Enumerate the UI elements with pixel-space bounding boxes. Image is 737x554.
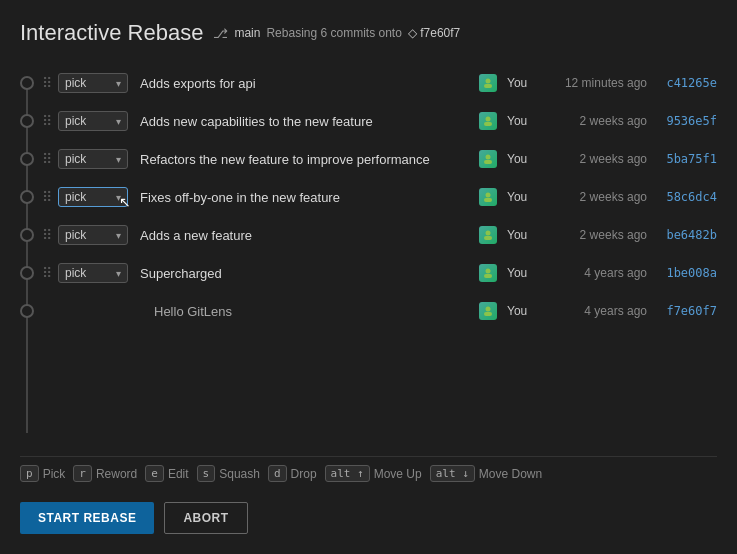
timeline-circle	[20, 190, 34, 204]
time-ago: 4 years ago	[547, 304, 647, 318]
author-name: You	[507, 304, 537, 318]
action-dropdown[interactable]: pick▾	[58, 225, 128, 245]
avatar	[479, 302, 497, 320]
actions: START REBASE ABORT	[20, 502, 717, 544]
svg-point-10	[486, 269, 491, 274]
author-name: You	[507, 228, 537, 242]
commit-message: Fixes off-by-one in the new feature	[140, 190, 479, 205]
timeline-circle	[20, 76, 34, 90]
chevron-down-icon: ▾	[116, 116, 121, 127]
commit-message: Adds new capabilities to the new feature	[140, 114, 479, 129]
cursor-icon: ↖	[119, 194, 131, 210]
branch-name: main	[234, 26, 260, 40]
drag-handle[interactable]: ⠿	[42, 227, 52, 243]
chevron-down-icon: ▾	[116, 78, 121, 89]
avatar	[479, 188, 497, 206]
table-row: ⠿pick▾Adds new capabilities to the new f…	[20, 102, 717, 140]
drag-handle[interactable]: ⠿	[42, 113, 52, 129]
commit-message: Refactors the new feature to improve per…	[140, 152, 479, 167]
hint-label: Edit	[168, 467, 189, 481]
commit-message: Supercharged	[140, 266, 479, 281]
action-dropdown[interactable]: pick▾	[58, 111, 128, 131]
header: Interactive Rebase ⎇ main Rebasing 6 com…	[20, 20, 717, 46]
keyboard-hint: eEdit	[145, 465, 188, 482]
key-badge: e	[145, 465, 164, 482]
hint-label: Move Up	[374, 467, 422, 481]
drag-handle[interactable]: ⠿	[42, 189, 52, 205]
start-rebase-button[interactable]: START REBASE	[20, 502, 154, 534]
table-row: ⠿↖pick▾Fixes off-by-one in the new featu…	[20, 178, 717, 216]
time-ago: 12 minutes ago	[547, 76, 647, 90]
chevron-down-icon: ▾	[116, 154, 121, 165]
avatar	[479, 74, 497, 92]
commit-meta: You2 weeks ago9536e5f	[479, 112, 717, 130]
branch-info: ⎇ main Rebasing 6 commits onto ◇ f7e60f7	[213, 26, 460, 41]
avatar	[479, 264, 497, 282]
commit-meta: You2 weeks ago58c6dc4	[479, 188, 717, 206]
svg-rect-13	[484, 312, 492, 316]
branch-icon: ⎇	[213, 26, 228, 41]
hint-label: Drop	[291, 467, 317, 481]
commit-sha[interactable]: 58c6dc4	[657, 190, 717, 204]
hint-label: Squash	[219, 467, 260, 481]
commit-sha[interactable]: 9536e5f	[657, 114, 717, 128]
commit-sha[interactable]: f7e60f7	[657, 304, 717, 318]
author-name: You	[507, 190, 537, 204]
svg-rect-3	[484, 122, 492, 126]
commit-meta: You12 minutes agoc41265e	[479, 74, 717, 92]
keyboard-hint: dDrop	[268, 465, 317, 482]
commit-meta: You2 weeks ago5ba75f1	[479, 150, 717, 168]
keyboard-hint: alt ↓Move Down	[430, 465, 542, 482]
action-dropdown[interactable]: pick▾	[58, 73, 128, 93]
hint-label: Pick	[43, 467, 66, 481]
action-dropdown[interactable]: ↖pick▾	[58, 187, 128, 207]
timeline-circle	[20, 266, 34, 280]
commit-message: Hello GitLens	[154, 304, 479, 319]
svg-rect-5	[484, 160, 492, 164]
key-badge: p	[20, 465, 39, 482]
abort-button[interactable]: ABORT	[164, 502, 247, 534]
author-name: You	[507, 152, 537, 166]
timeline-circle	[20, 304, 34, 318]
commit-message: Adds a new feature	[140, 228, 479, 243]
author-name: You	[507, 114, 537, 128]
page-title: Interactive Rebase	[20, 20, 203, 46]
avatar	[479, 112, 497, 130]
commit-sha[interactable]: 1be008a	[657, 266, 717, 280]
commits-wrapper: ⠿pick▾Adds exports for apiYou12 minutes …	[20, 64, 717, 452]
key-badge: r	[73, 465, 92, 482]
svg-point-4	[486, 155, 491, 160]
avatar	[479, 226, 497, 244]
drag-handle[interactable]: ⠿	[42, 151, 52, 167]
svg-point-2	[486, 117, 491, 122]
action-dropdown[interactable]: pick▾	[58, 263, 128, 283]
drag-handle[interactable]: ⠿	[42, 265, 52, 281]
svg-rect-9	[484, 236, 492, 240]
keyboard-hint: pPick	[20, 465, 65, 482]
commit-message: Adds exports for api	[140, 76, 479, 91]
action-dropdown[interactable]: pick▾	[58, 149, 128, 169]
target-hash: ◇ f7e60f7	[408, 26, 460, 40]
keyboard-hints: pPickrRewordeEditsSquashdDropalt ↑Move U…	[20, 456, 717, 490]
drag-handle[interactable]: ⠿	[42, 75, 52, 91]
commit-sha[interactable]: be6482b	[657, 228, 717, 242]
commit-sha[interactable]: c41265e	[657, 76, 717, 90]
hint-label: Reword	[96, 467, 137, 481]
svg-rect-7	[484, 198, 492, 202]
timeline-circle	[20, 228, 34, 242]
action-label: pick	[65, 266, 116, 280]
commit-sha[interactable]: 5ba75f1	[657, 152, 717, 166]
commits-list: ⠿pick▾Adds exports for apiYou12 minutes …	[20, 64, 717, 330]
hint-label: Move Down	[479, 467, 542, 481]
keyboard-hint: rReword	[73, 465, 137, 482]
avatar	[479, 150, 497, 168]
time-ago: 2 weeks ago	[547, 190, 647, 204]
key-badge: d	[268, 465, 287, 482]
svg-point-0	[486, 79, 491, 84]
svg-point-12	[486, 307, 491, 312]
table-row: Hello GitLensYou4 years agof7e60f7	[20, 292, 717, 330]
key-badge: s	[197, 465, 216, 482]
key-badge: alt ↓	[430, 465, 475, 482]
table-row: ⠿pick▾SuperchargedYou4 years ago1be008a	[20, 254, 717, 292]
action-label: pick	[65, 76, 116, 90]
